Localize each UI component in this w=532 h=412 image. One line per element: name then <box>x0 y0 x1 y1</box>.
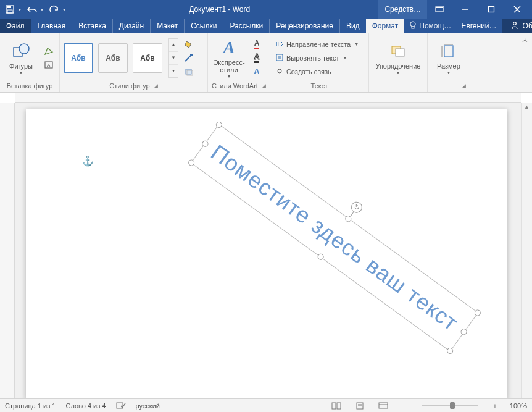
undo-icon[interactable] <box>26 3 38 15</box>
tab-view[interactable]: Вид <box>339 19 366 33</box>
svg-rect-6 <box>489 7 494 12</box>
tab-design[interactable]: Дизайн <box>112 19 150 33</box>
proofing-icon[interactable] <box>116 401 126 411</box>
gallery-down-icon[interactable]: ▼ <box>169 52 178 65</box>
tab-references[interactable]: Ссылки <box>184 19 223 33</box>
wordart-label: Экспресс- стили <box>213 59 244 74</box>
document-area[interactable]: ⚓ Поместите здесь ваш текст ↻ <box>15 103 521 398</box>
wordart-object[interactable]: Поместите здесь ваш текст ↻ <box>191 124 479 352</box>
tab-file[interactable]: Файл <box>0 19 31 33</box>
status-word-count[interactable]: Слово 4 из 4 <box>65 402 106 410</box>
edit-shape-icon[interactable] <box>42 45 56 57</box>
wordart-quickstyles-button[interactable]: A Экспресс- стили ▼ <box>212 36 246 80</box>
size-label: Размер <box>437 62 460 70</box>
collapse-ribbon-icon[interactable]: ㅅ <box>522 36 528 45</box>
tell-me[interactable]: Помощ… <box>404 19 456 33</box>
group-wordart-label: Стили WordArt <box>212 82 258 90</box>
wordart-launcher-icon[interactable]: ◢ <box>262 83 266 89</box>
shapes-button[interactable]: Фигуры ▼ <box>4 36 38 80</box>
zoom-slider[interactable] <box>422 405 478 406</box>
status-page[interactable]: Страница 1 из 1 <box>5 402 56 410</box>
shape-style-2[interactable]: Абв <box>98 43 128 73</box>
zoom-in-button[interactable]: + <box>490 402 500 410</box>
size-launcher-icon[interactable]: ◢ <box>462 83 466 89</box>
svg-rect-29 <box>332 403 336 409</box>
status-language[interactable]: русский <box>136 402 160 410</box>
undo-dropdown[interactable]: ▾ <box>41 7 43 12</box>
svg-rect-16 <box>190 54 193 56</box>
gallery-up-icon[interactable]: ▲ <box>169 39 178 52</box>
tab-review[interactable]: Рецензирование <box>269 19 339 33</box>
vertical-scrollbar[interactable]: ▲ <box>521 103 532 398</box>
view-print-icon[interactable] <box>353 400 367 411</box>
wordart-text[interactable]: Поместите здесь ваш текст <box>191 125 478 351</box>
workspace: ▲ ⚓ Поместите здесь ваш текст ↻ <box>0 93 532 398</box>
shape-styles-launcher-icon[interactable]: ◢ <box>154 83 158 89</box>
create-link-label: Создать связь <box>286 68 331 75</box>
shapes-icon <box>11 41 31 61</box>
align-text-button[interactable]: Выровнять текст▼ <box>274 52 360 64</box>
svg-rect-30 <box>337 403 341 409</box>
view-web-icon[interactable] <box>376 400 390 411</box>
vertical-ruler[interactable] <box>0 103 15 398</box>
size-button[interactable]: Размер ▼ <box>431 36 466 80</box>
shape-effects-icon[interactable] <box>182 65 196 78</box>
svg-rect-17 <box>186 69 191 74</box>
group-arrange: Упорядочение ▼ <box>369 33 428 92</box>
lightbulb-icon <box>409 21 417 32</box>
maximize-icon[interactable] <box>479 0 504 19</box>
arrange-button[interactable]: Упорядочение ▼ <box>373 36 423 80</box>
tab-insert[interactable]: Вставка <box>72 19 112 33</box>
save-icon[interactable] <box>4 3 16 15</box>
zoom-value[interactable]: 100% <box>510 402 527 410</box>
text-direction-icon: II <box>275 40 284 49</box>
shape-style-3[interactable]: Абв <box>133 43 162 73</box>
minimize-icon[interactable] <box>453 0 478 19</box>
gallery-more-icon[interactable]: ▾ <box>169 65 178 77</box>
shape-outline-icon[interactable] <box>182 52 196 64</box>
tab-home[interactable]: Главная <box>31 19 72 33</box>
svg-rect-10 <box>412 27 414 28</box>
share-icon <box>510 21 519 32</box>
svg-text:A: A <box>47 62 51 68</box>
scroll-up-icon[interactable]: ▲ <box>523 103 531 111</box>
svg-rect-1 <box>7 6 11 8</box>
horizontal-ruler[interactable] <box>15 93 521 103</box>
rotate-handle[interactable]: ↻ <box>349 200 364 215</box>
status-bar: Страница 1 из 1 Слово 4 из 4 русский − +… <box>0 398 532 412</box>
zoom-out-button[interactable]: − <box>400 402 410 410</box>
redo-icon[interactable] <box>48 3 60 15</box>
text-outline-icon[interactable]: A <box>250 52 264 64</box>
svg-point-11 <box>513 22 516 25</box>
shapes-label: Фигуры <box>9 62 33 70</box>
arrange-label: Упорядочение <box>375 62 420 70</box>
title-bar: ▾ ▾ ▾ Документ1 - Word Средств… <box>0 0 532 19</box>
create-link-button[interactable]: Создать связь <box>274 65 360 78</box>
shape-style-1[interactable]: Абв <box>64 43 93 73</box>
tab-format[interactable]: Формат <box>366 19 405 33</box>
view-read-icon[interactable] <box>330 400 343 411</box>
arrange-icon <box>388 41 408 61</box>
quick-access-toolbar: ▾ ▾ ▾ <box>4 3 65 15</box>
user-name[interactable]: Евгений… <box>456 19 501 33</box>
zoom-slider-knob[interactable] <box>450 402 455 409</box>
anchor-icon: ⚓ <box>81 155 94 167</box>
ribbon-display-icon[interactable] <box>427 0 452 19</box>
text-box-icon[interactable]: A <box>42 59 56 71</box>
size-icon <box>439 41 459 61</box>
text-direction-button[interactable]: II Направление текста▼ <box>274 38 360 51</box>
tab-mailings[interactable]: Рассылки <box>223 19 269 33</box>
window-title: Документ1 - Word <box>65 5 373 14</box>
group-text-label: Текст <box>274 81 365 91</box>
tab-layout[interactable]: Макет <box>150 19 184 33</box>
share-button[interactable]: Общий доступ <box>502 19 532 33</box>
close-icon[interactable] <box>505 0 530 19</box>
page[interactable]: ⚓ Поместите здесь ваш текст ↻ <box>26 109 507 398</box>
qat-dropdown-2[interactable]: ▾ <box>63 7 65 12</box>
group-shape-styles-label: Стили фигур <box>109 82 149 90</box>
svg-rect-20 <box>276 54 283 61</box>
shape-fill-icon[interactable] <box>182 38 196 51</box>
qat-dropdown-1[interactable]: ▾ <box>19 7 21 12</box>
text-fill-icon[interactable]: A <box>250 38 264 51</box>
text-effects-icon[interactable]: A <box>250 65 264 78</box>
